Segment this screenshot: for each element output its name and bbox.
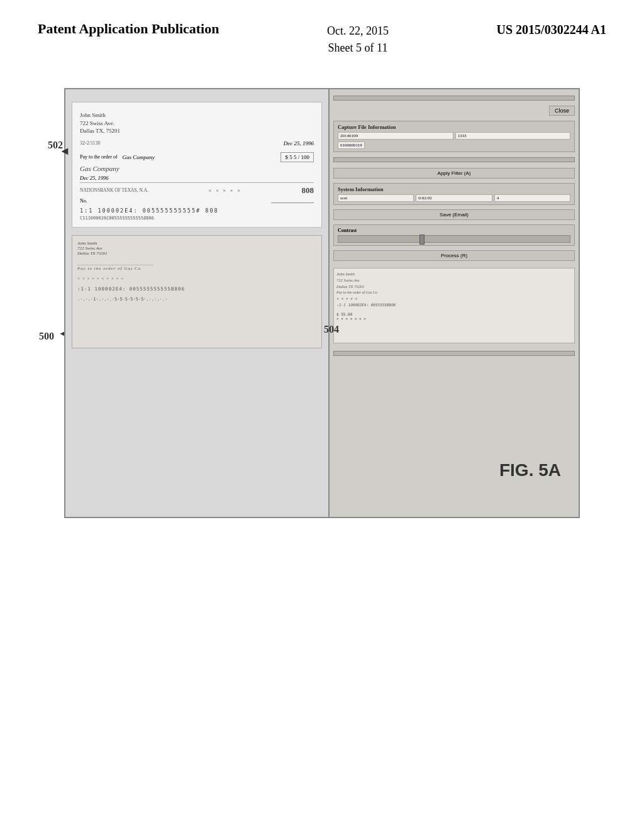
sheet-info: Sheet 5 of 11 [327,40,389,57]
sys-info-row: scot 0:02:02 4 [338,194,570,202]
label-504: 504 [324,324,339,335]
cap-num: 0100000119 [338,141,365,149]
label-500: 500 [39,331,54,342]
pub-date: Oct. 22, 2015 [327,23,389,40]
check-memo-sig: No. _________________ [80,198,314,204]
thumb-check-text: John Smith722 Swiss AveDallas TX 75201 P… [336,271,572,308]
capture-file-panel: Capture File Information 20140109 1333 0… [333,121,575,152]
thumb-check-amount: $ 55.00 × × × × × × × [336,312,572,321]
check-routing-bottom: C111000026C00555555555558806 [80,216,314,221]
check-middle-row: NATIONSBANK OF TEXAS, N.A. × × × × × 808 [80,185,314,196]
check-payto: Pay to the order of Gas Company $ 5 5 / … [80,152,314,162]
check-front: John Smith 722 Swiss Ave. Dallas TX, 752… [72,102,322,228]
left-panel: 502 ◄ 806 506 John Smith 722 Swiss Ave. … [65,89,330,517]
sys-day: 4 [494,194,570,202]
check-bank: NATIONSBANK OF TEXAS, N.A. [80,187,148,193]
check-micr: 1:1 100002E4: 005555555555# 808 [80,208,314,214]
mid-scrollbar[interactable] [333,157,575,162]
process-button[interactable]: Process (R) [333,250,575,261]
page-header: Patent Application Publication Oct. 22, … [0,0,644,57]
figure-label: FIG. 5A [499,460,561,480]
save-email-button[interactable]: Save (Email) [333,209,575,220]
check-date: Dec 25, 1996 [284,140,314,148]
check-amount-box: $ 5 5 / 100 [280,152,314,162]
apply-filter-button[interactable]: Apply Filter (A) [333,168,575,179]
check-payee: Gas Company [123,154,155,160]
arrow-502: ◄ [59,145,70,158]
check-written-amount: Dec 25, 1996 [80,175,314,183]
right-panel: Close Capture File Information 20140109 … [330,89,579,517]
sys-user: scot [338,194,414,202]
check-address: John Smith 722 Swiss Ave. Dallas TX, 752… [80,111,314,135]
contrast-area: Contrast [333,224,575,246]
document-container: 502 ◄ 806 506 John Smith 722 Swiss Ave. … [64,88,580,518]
cap-num-row: 0100000119 [338,141,570,149]
header-center: Oct. 22, 2015 Sheet 5 of 11 [327,20,389,57]
check-company: Gas Company [80,165,314,172]
capture-file-title: Capture File Information [338,124,570,130]
system-info-title: System Information [338,186,570,192]
check-num-display: 808 [302,185,314,196]
contrast-thumb[interactable] [419,235,425,245]
close-button[interactable]: Close [549,106,575,116]
top-scrollbar[interactable] [333,96,575,101]
sig-area: _________________ [271,198,314,204]
cap-fields-row: 20140109 1333 [338,132,570,140]
check-back-header: John Smith722 Swiss AveDallas TX 75201 [77,241,316,256]
check-preview-thumbnail: John Smith722 Swiss AveDallas TX 75201 P… [333,268,575,343]
memo-label: No. [80,198,87,204]
bottom-scrollbar[interactable] [333,351,575,356]
sys-datetime: 0:02:02 [416,194,492,202]
check-back-lines: ___________________________ Pay to the o… [77,261,316,292]
system-info-panel: System Information scot 0:02:02 4 [333,183,575,205]
main-content: 500 ◄ 502 ◄ 806 506 John Smith 722 Swiss… [0,57,644,543]
check-back-micr: .·.·.·1·.·.·.·5·5·5·5·5·5·.·.·.·.· [77,297,316,302]
contrast-label: Contrast [338,228,570,233]
check-date-row: 32-2/1130 Dec 25, 1996 [80,140,314,148]
contrast-slider[interactable] [338,235,570,243]
patent-number: US 2015/0302244 A1 [497,20,606,37]
check-routing: 32-2/1130 [80,140,101,146]
cap-date: 20140109 [338,132,453,140]
publication-title: Patent Application Publication [38,20,219,38]
cap-time: 1333 [455,132,571,140]
x-marks: × × × × × [209,187,242,194]
check-back: John Smith722 Swiss AveDallas TX 75201 _… [72,235,322,348]
